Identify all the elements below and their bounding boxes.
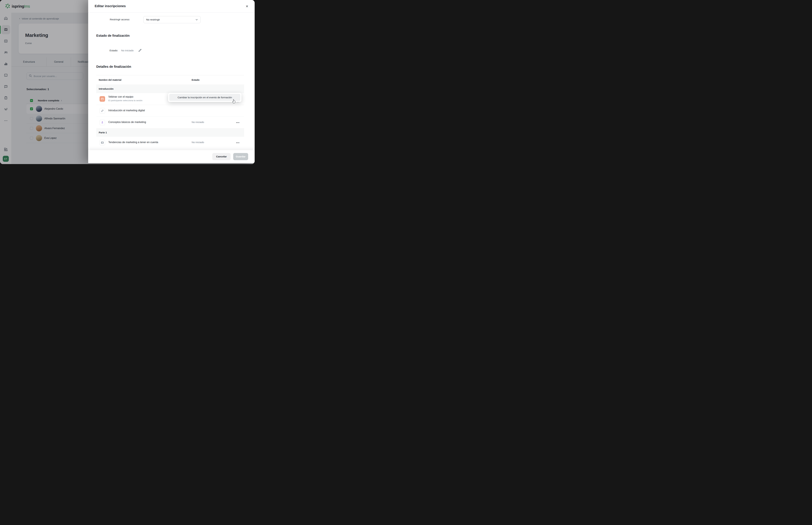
modal-title: Editar inscripciones: [95, 4, 126, 8]
material-row: A Conceptos básicos de marketing No inic…: [96, 117, 244, 128]
save-button[interactable]: Guardar: [233, 153, 248, 160]
menu-item-change-enrollment[interactable]: Cambiar la inscripción en el evento de f…: [169, 94, 240, 101]
materials-table-header: Nombre del material Estado: [96, 75, 244, 85]
video-icon: [99, 140, 105, 145]
context-menu: Cambiar la inscripción en el evento de f…: [168, 93, 242, 102]
cursor-pointer-icon: [232, 99, 236, 104]
material-subtitle: El participante selecciona la sesión: [108, 99, 142, 102]
material-row: Introducción al marketing digital: [96, 105, 244, 117]
cancel-button[interactable]: Cancelar: [212, 153, 231, 160]
material-row: Tendencias de marketing a tener en cuent…: [96, 137, 244, 149]
column-estado: Estado: [191, 79, 199, 81]
material-status: No iniciado: [191, 121, 204, 124]
section-row: Parte 1: [96, 128, 244, 137]
completion-status-heading: Estado de finalización: [96, 34, 129, 38]
estado-label: Estado:: [95, 49, 118, 52]
restrict-access-select[interactable]: No restringir: [143, 16, 201, 23]
estado-value: No iniciado: [121, 49, 134, 52]
modal-body: Restringir acceso: No restringir Estado …: [88, 13, 255, 150]
app-window: ispringlms: [0, 0, 255, 164]
edit-enrollments-modal: Editar inscripciones ✕ Restringir acceso…: [88, 0, 255, 163]
restrict-access-value: No restringir: [146, 18, 160, 21]
material-title: Tendencias de marketing a tener en cuent…: [108, 141, 158, 144]
restrict-access-row: Restringir acceso: No restringir: [88, 16, 255, 23]
materials-table: Nombre del material Estado Introducción …: [96, 75, 244, 149]
modal-footer: Cancelar Guardar: [88, 150, 255, 163]
column-material: Nombre del material: [99, 79, 121, 81]
more-options-button[interactable]: •••: [234, 139, 242, 146]
section-row: Introducción: [96, 85, 244, 93]
article-icon: A: [99, 120, 105, 125]
material-title: Vebinar con el equipo: [108, 95, 133, 98]
training-event-icon: [99, 96, 105, 102]
completion-details-heading: Detalles de finalización: [96, 65, 131, 69]
close-icon[interactable]: ✕: [245, 4, 249, 9]
restrict-access-label: Restringir acceso:: [95, 18, 130, 21]
material-title: Conceptos básicos de marketing: [108, 121, 146, 124]
chevron-down-icon: [196, 18, 198, 21]
more-options-button[interactable]: •••: [234, 119, 242, 126]
link-icon: [99, 108, 105, 114]
modal-header: Editar inscripciones ✕: [88, 0, 255, 13]
edit-pencil-icon[interactable]: [138, 48, 142, 52]
material-title: Introducción al marketing digital: [108, 109, 145, 112]
estado-row: Estado: No iniciado: [88, 48, 255, 53]
material-status: No iniciado: [191, 141, 204, 144]
svg-text:A: A: [102, 121, 103, 123]
